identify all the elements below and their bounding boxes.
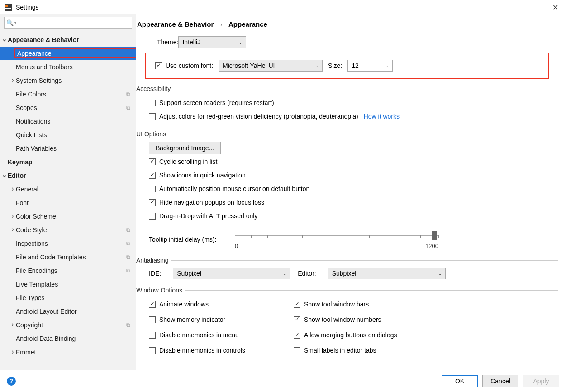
tree-item-label: File Types — [16, 294, 136, 301]
tree-item-label: Notifications — [16, 118, 136, 125]
custom-font-row: Use custom font: Microsoft YaHei UI ⌄ Si… — [145, 53, 549, 79]
tree-item-label: Path Variables — [16, 145, 136, 152]
hide-nav-checkbox[interactable]: Hide navigation popups on focus loss — [149, 199, 264, 206]
tree-item-scopes[interactable]: Scopes⧉ — [0, 101, 136, 115]
tree-item-label: File Colors — [16, 91, 126, 98]
tree-item-notifications[interactable]: Notifications — [0, 115, 136, 128]
merge-buttons-checkbox[interactable]: Allow merging buttons on dialogs — [294, 331, 397, 339]
tree-item-label: Appearance & Behavior — [8, 36, 136, 43]
tree-item-file-colors[interactable]: File Colors⧉ — [0, 87, 136, 101]
font-size-select[interactable]: 12 ⌄ — [347, 60, 393, 72]
font-size-label: Size: — [328, 62, 342, 69]
tree-item-label: Android Data Binding — [16, 335, 136, 342]
search-icon: 🔍 — [6, 19, 14, 26]
tree-item-appearance-behavior[interactable]: Appearance & Behavior — [0, 33, 136, 47]
tree-item-label: File Encodings — [16, 267, 126, 274]
title-bar: Settings ✕ — [0, 0, 566, 14]
cyclic-scrolling-checkbox[interactable]: Cyclic scrolling in list — [149, 158, 217, 165]
project-scope-icon: ⧉ — [126, 91, 130, 97]
tree-item-keymap[interactable]: Keymap — [0, 155, 136, 169]
tree-item-label: Copyright — [16, 321, 126, 329]
background-image-button[interactable]: Background Image... — [149, 142, 221, 154]
auto-mouse-checkbox[interactable]: Automatically position mouse cursor on d… — [149, 185, 309, 192]
settings-tree: Appearance & BehaviorAppearanceMenus and… — [0, 31, 136, 370]
screen-readers-checkbox[interactable]: Support screen readers (requires restart… — [149, 99, 274, 106]
tree-item-font[interactable]: Font — [0, 196, 136, 210]
mnemonics-menu-checkbox[interactable]: Disable mnemonics in menu — [149, 331, 239, 339]
tree-item-label: Keymap — [8, 158, 136, 166]
chevron-down-icon — [1, 36, 8, 43]
tree-item-live-templates[interactable]: Live Templates — [0, 277, 136, 291]
font-select[interactable]: Microsoft YaHei UI ⌄ — [219, 60, 323, 72]
show-tool-numbers-checkbox[interactable]: Show tool window numbers — [294, 316, 381, 323]
tooltip-delay-slider[interactable] — [235, 229, 438, 243]
settings-window: Settings ✕ 🔍 ▾ Appearance & BehaviorAppe… — [0, 0, 566, 392]
app-icon — [4, 3, 12, 11]
chevron-down-icon: ⌄ — [283, 271, 286, 276]
mnemonics-controls-checkbox[interactable]: Disable mnemonics in controls — [149, 347, 245, 354]
dialog-footer: ? OK Cancel Apply — [0, 370, 566, 392]
theme-label: Theme: — [157, 38, 178, 46]
project-scope-icon: ⧉ — [126, 268, 130, 274]
project-scope-icon: ⧉ — [126, 105, 130, 111]
slider-thumb[interactable] — [432, 231, 437, 240]
tree-item-file-encodings[interactable]: File Encodings⧉ — [0, 264, 136, 277]
tree-item-label: Code Style — [16, 226, 126, 234]
tree-item-path-variables[interactable]: Path Variables — [0, 142, 136, 155]
tree-item-emmet[interactable]: Emmet — [0, 345, 136, 359]
search-input[interactable]: 🔍 ▾ — [4, 17, 132, 29]
breadcrumb-root: Appearance & Behavior — [137, 20, 214, 28]
cancel-button[interactable]: Cancel — [482, 375, 518, 387]
tree-item-copyright[interactable]: Copyright⧉ — [0, 318, 136, 332]
section-window-options: Window Options — [136, 287, 182, 294]
tree-item-label: Scopes — [16, 104, 126, 111]
chevron-down-icon: ⌄ — [438, 271, 442, 276]
chevron-right-icon — [10, 76, 16, 85]
svg-rect-2 — [5, 8, 11, 9]
tree-item-label: File and Code Templates — [16, 253, 126, 261]
chevron-right-icon — [10, 185, 16, 193]
tree-item-general[interactable]: General — [0, 182, 136, 196]
color-adjust-checkbox[interactable]: Adjust colors for red-green vision defic… — [149, 113, 358, 120]
main-panel: Appearance & Behavior › Appearance Theme… — [136, 14, 566, 370]
memory-indicator-checkbox[interactable]: Show memory indicator — [149, 316, 225, 323]
section-accessibility: Accessibility — [136, 85, 171, 92]
section-antialiasing: Antialiasing — [136, 257, 169, 264]
tree-item-android-data-binding[interactable]: Android Data Binding — [0, 332, 136, 345]
tree-item-color-scheme[interactable]: Color Scheme — [0, 210, 136, 223]
tree-item-android-layout-editor[interactable]: Android Layout Editor — [0, 305, 136, 318]
show-icons-checkbox[interactable]: Show icons in quick navigation — [149, 172, 246, 179]
window-title: Settings — [16, 4, 39, 11]
project-scope-icon: ⧉ — [126, 227, 130, 233]
slider-min: 0 — [235, 243, 238, 249]
tree-item-appearance[interactable]: Appearance — [0, 47, 136, 60]
animate-windows-checkbox[interactable]: Animate windows — [149, 301, 209, 308]
aa-editor-select[interactable]: Subpixel ⌄ — [328, 268, 446, 279]
ok-button[interactable]: OK — [442, 375, 478, 387]
close-icon[interactable]: ✕ — [549, 1, 562, 14]
tree-item-code-style[interactable]: Code Style⧉ — [0, 223, 136, 237]
how-it-works-link[interactable]: How it works — [364, 113, 400, 120]
tree-item-label: Font — [16, 199, 136, 206]
tree-item-inspections[interactable]: Inspections⧉ — [0, 237, 136, 250]
tree-item-menus-and-toolbars[interactable]: Menus and Toolbars — [0, 60, 136, 74]
tree-item-editor[interactable]: Editor — [0, 169, 136, 182]
project-scope-icon: ⧉ — [126, 240, 130, 247]
tree-item-file-and-code-templates[interactable]: File and Code Templates⧉ — [0, 250, 136, 264]
tree-item-quick-lists[interactable]: Quick Lists — [0, 128, 136, 142]
tree-item-file-types[interactable]: File Types — [0, 291, 136, 305]
show-tool-bars-checkbox[interactable]: Show tool window bars — [294, 301, 369, 308]
tree-item-label: Menus and Toolbars — [16, 63, 136, 71]
drag-drop-checkbox[interactable]: Drag-n-Drop with ALT pressed only — [149, 212, 257, 220]
small-labels-checkbox[interactable]: Small labels in editor tabs — [294, 347, 376, 354]
chevron-down-icon: ⌄ — [385, 63, 389, 68]
apply-button[interactable]: Apply — [523, 375, 559, 387]
chevron-down-icon: ⌄ — [315, 63, 319, 68]
help-icon[interactable]: ? — [7, 377, 16, 386]
aa-ide-select[interactable]: Subpixel ⌄ — [173, 268, 290, 279]
tree-item-system-settings[interactable]: System Settings — [0, 74, 136, 87]
aa-editor-label: Editor: — [298, 270, 316, 277]
theme-select[interactable]: IntelliJ ⌄ — [178, 36, 246, 48]
use-custom-font-checkbox[interactable]: Use custom font: — [155, 62, 213, 69]
tree-item-label: General — [16, 186, 136, 193]
